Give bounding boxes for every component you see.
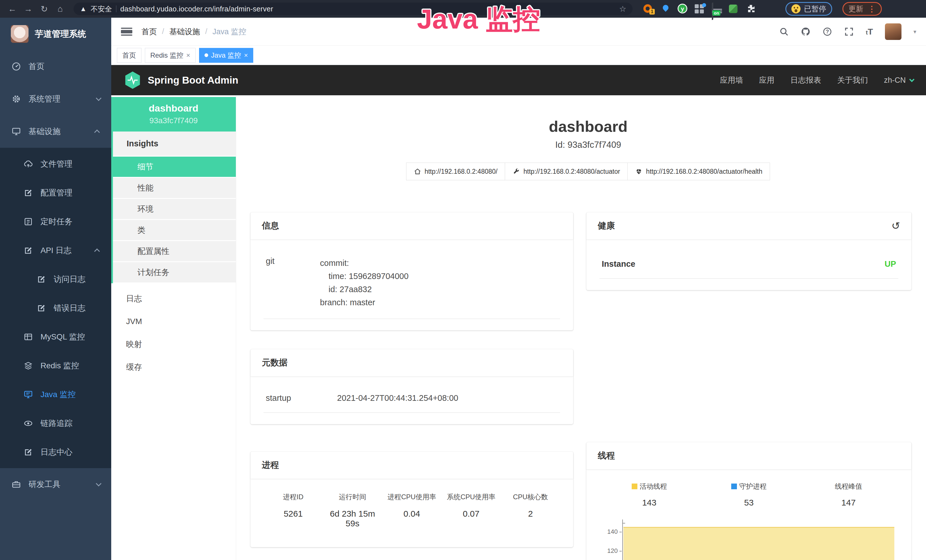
github-icon[interactable] [801, 27, 811, 36]
app-logo [11, 25, 29, 43]
close-icon[interactable]: × [244, 51, 248, 59]
update-button[interactable]: 更新 ⋮ [843, 2, 882, 16]
chevron-up-icon [94, 130, 100, 135]
actuator-url-button[interactable]: http://192.168.0.2:48080/actuator [505, 163, 628, 180]
sba-brand[interactable]: Spring Boot Admin [148, 74, 238, 86]
wrench-icon [513, 168, 520, 175]
sba-item-jvm[interactable]: JVM [111, 310, 236, 333]
metadata-row-label: startup [266, 394, 337, 403]
sba-item-classes[interactable]: 类 [113, 220, 236, 241]
sidebar-item-log-center[interactable]: 日志中心 [0, 437, 111, 466]
fullscreen-icon[interactable] [844, 27, 854, 36]
sidebar-item-tracing[interactable]: 链路追踪 [0, 409, 111, 437]
service-url-button[interactable]: http://192.168.0.2:48080/ [406, 163, 505, 180]
sba-logo-icon[interactable] [124, 71, 141, 89]
health-instance-row[interactable]: Instance UP [599, 249, 898, 279]
tab-redis-monitor[interactable]: Redis 监控× [145, 48, 196, 63]
on-extension-icon[interactable]: on [712, 4, 722, 14]
live-threads-swatch [632, 484, 637, 489]
sba-item-logs[interactable]: 日志 [111, 287, 236, 310]
sba-nav-journal[interactable]: 日志报表 [790, 75, 821, 85]
back-icon[interactable]: ← [6, 4, 19, 14]
font-size-icon[interactable]: tT [866, 27, 873, 36]
sba-nav-links: 应用墙 应用 日志报表 关于我们 zh-CN [720, 75, 913, 85]
help-icon[interactable]: ? [823, 27, 832, 36]
reload-icon[interactable]: ↻ [38, 4, 51, 14]
sba-nav-applications[interactable]: 应用 [759, 75, 774, 85]
live-threads-area [623, 527, 894, 560]
breadcrumb-infra[interactable]: 基础设施 [169, 27, 200, 37]
sidebar-item-home[interactable]: 首页 [0, 50, 111, 83]
sba-instance-name: dashboard [111, 103, 236, 114]
paused-profile-chip[interactable]: 已暂停 [785, 2, 832, 16]
user-avatar[interactable] [885, 23, 902, 40]
health-url-button[interactable]: http://192.168.0.2:48080/actuator/health [627, 163, 770, 180]
sba-item-metrics[interactable]: 性能 [113, 178, 236, 199]
puzzle-extensions-icon[interactable] [746, 4, 756, 14]
app-logo-row[interactable]: 芋道管理系统 [0, 18, 111, 50]
sba-locale-select[interactable]: zh-CN [884, 76, 913, 85]
sba-item-config-props[interactable]: 配置属性 [113, 241, 236, 262]
info-git-row: git commit: time: 1596289704000 id: 27aa… [263, 249, 560, 319]
sidebar-item-config-manage[interactable]: 配置管理 [0, 178, 111, 207]
admin-sidebar: 芋道管理系统 首页 系统管理 基础设施 文件管理 [0, 18, 111, 560]
close-icon[interactable]: × [186, 51, 190, 59]
tab-home[interactable]: 首页 [117, 48, 141, 63]
sba-nav-wallboard[interactable]: 应用墙 [720, 75, 743, 85]
info-card: 信息 git commit: time: 1596289704000 id: 2… [250, 212, 573, 330]
y-tick: 140 [599, 528, 618, 536]
sidebar-item-redis-monitor[interactable]: Redis 监控 [0, 351, 111, 380]
sidebar-item-infra[interactable]: 基础设施 [0, 115, 111, 148]
sidebar-item-system[interactable]: 系统管理 [0, 83, 111, 115]
sidebar-item-error-log[interactable]: 错误日志 [0, 294, 111, 322]
info-git-value: commit: time: 1596289704000 id: 27aa832 … [320, 256, 409, 309]
sba-item-mappings[interactable]: 映射 [111, 333, 236, 356]
home-icon[interactable]: ⌂ [54, 4, 67, 14]
edit-icon [23, 246, 33, 255]
layers-icon [23, 361, 33, 371]
bookmark-star-icon[interactable]: ☆ [619, 4, 626, 14]
caret-down-icon[interactable]: ▾ [914, 28, 916, 35]
hamburger-icon[interactable] [121, 27, 132, 36]
table-icon [23, 332, 33, 342]
sba-item-details[interactable]: 细节 [113, 157, 236, 178]
extension-icon[interactable]: 1 [643, 4, 654, 14]
sidebar-item-mysql-monitor[interactable]: MySQL 监控 [0, 322, 111, 351]
edit-icon [23, 188, 33, 198]
sba-item-scheduled-tasks[interactable]: 计划任务 [113, 262, 236, 283]
sidebar-item-dev-tools[interactable]: 研发工具 [0, 468, 111, 501]
health-row-label: Instance [602, 259, 635, 269]
sba-nav-about[interactable]: 关于我们 [837, 75, 868, 85]
sba-item-caches[interactable]: 缓存 [111, 356, 236, 378]
browser-menu-icon[interactable]: ⋮ [868, 4, 876, 14]
metadata-row: startup 2021-04-27T00:44:31.254+08:00 [263, 386, 560, 413]
sidebar-item-file-manage[interactable]: 文件管理 [0, 150, 111, 178]
sidebar-item-java-monitor[interactable]: Java 监控 [0, 380, 111, 409]
forward-icon[interactable]: → [22, 4, 35, 14]
search-icon[interactable] [779, 27, 789, 36]
history-icon[interactable]: ↺ [891, 222, 900, 230]
process-table: 进程ID5261 运行时间6d 23h 15m 59s 进程CPU使用率0.04… [263, 488, 560, 536]
live-threads-value: 143 [599, 498, 699, 507]
address-bar[interactable]: ▲ 不安全 dashboard.yudao.iocoder.cn/infra/a… [74, 3, 632, 15]
sba-instance-header[interactable]: dashboard 93a3fc7f7409 [111, 97, 236, 132]
app-title: 芋道管理系统 [35, 28, 86, 40]
metadata-row-value: 2021-04-27T00:44:31.254+08:00 [337, 394, 458, 403]
pin-extension-icon[interactable] [661, 4, 671, 14]
gear-icon [11, 94, 21, 104]
y-extension-icon[interactable]: y [678, 4, 688, 14]
sba-instance-id: 93a3fc7f7409 [111, 116, 236, 125]
sidebar-item-access-log[interactable]: 访问日志 [0, 265, 111, 294]
metadata-card: 元数据 startup 2021-04-27T00:44:31.254+08:0… [250, 349, 573, 424]
dashboard-icon [11, 62, 21, 71]
leaf-extension-icon[interactable] [729, 4, 739, 14]
list-icon [23, 217, 33, 227]
sba-item-environment[interactable]: 环境 [113, 199, 236, 220]
sidebar-item-scheduled-jobs[interactable]: 定时任务 [0, 207, 111, 236]
tab-java-monitor[interactable]: Java 监控× [199, 48, 253, 63]
active-dot [204, 53, 208, 57]
breadcrumb-home[interactable]: 首页 [141, 27, 157, 37]
grid-extension-icon[interactable] [695, 4, 705, 14]
sidebar-item-api-log[interactable]: API 日志 [0, 236, 111, 265]
heartbeat-icon [635, 168, 643, 175]
